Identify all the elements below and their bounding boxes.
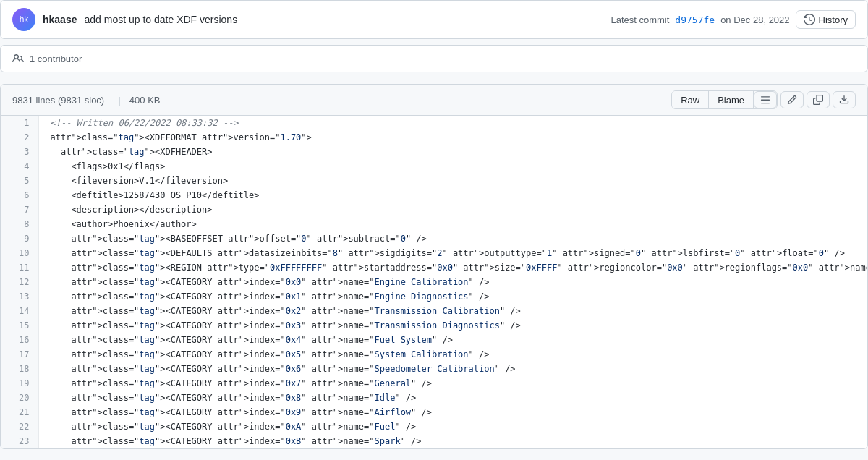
table-row: 23 attr">class="tag"><CATEGORY attr">ind… (1, 434, 867, 448)
history-icon (804, 14, 815, 25)
contributors-bar: 1 contributor (0, 45, 868, 72)
commit-message: add most up to date XDF versions (84, 14, 237, 25)
history-label: History (819, 14, 848, 25)
line-code: attr">class="tag"><CATEGORY attr">index=… (38, 419, 867, 434)
lines-label: 9831 lines (9831 sloc) (12, 95, 104, 106)
line-code: attr">class="tag"><CATEGORY attr">index=… (38, 318, 867, 333)
table-row: 7 <description></description> (1, 203, 867, 217)
latest-commit-label: Latest commit (610, 14, 669, 25)
line-number[interactable]: 3 (1, 145, 38, 159)
table-row: 17 attr">class="tag"><CATEGORY attr">ind… (1, 347, 867, 362)
line-number[interactable]: 6 (1, 188, 38, 203)
line-number[interactable]: 1 (1, 116, 38, 130)
line-code: <deftitle>12587430 OS P10</deftitle> (38, 188, 867, 203)
commit-author[interactable]: hkaase (43, 14, 77, 25)
line-code: attr">class="tag"><CATEGORY attr">index=… (38, 304, 867, 318)
table-row: 15 attr">class="tag"><CATEGORY attr">ind… (1, 318, 867, 333)
code-table: 1<!-- Written 06/22/2022 08:33:32 -->2at… (1, 116, 867, 448)
line-code: attr">class="tag"><CATEGORY attr">index=… (38, 376, 867, 391)
table-row: 6 <deftitle>12587430 OS P10</deftitle> (1, 188, 867, 203)
commit-bar: hk hkaase add most up to date XDF versio… (0, 0, 868, 39)
line-code: attr">class="tag"><XDFFORMAT attr">versi… (38, 130, 867, 145)
code-actions: Raw Blame (671, 90, 856, 109)
line-number[interactable]: 9 (1, 231, 38, 246)
line-number[interactable]: 23 (1, 434, 38, 448)
table-row: 3 attr">class="tag"><XDFHEADER> (1, 145, 867, 159)
line-number[interactable]: 16 (1, 333, 38, 347)
line-number[interactable]: 7 (1, 203, 38, 217)
divider: | (119, 95, 121, 106)
line-code: attr">class="tag"><CATEGORY attr">index=… (38, 289, 867, 304)
table-row: 21 attr">class="tag"><CATEGORY attr">ind… (1, 405, 867, 419)
line-number[interactable]: 19 (1, 376, 38, 391)
line-code: <flags>0x1</flags> (38, 159, 867, 174)
table-row: 10 attr">class="tag"><DEFAULTS attr">dat… (1, 246, 867, 260)
commit-left: hk hkaase add most up to date XDF versio… (12, 8, 237, 31)
line-code: attr">class="tag"><CATEGORY attr">index=… (38, 391, 867, 405)
line-number[interactable]: 17 (1, 347, 38, 362)
avatar: hk (12, 8, 35, 31)
pencil-icon (787, 95, 797, 105)
edit-button[interactable] (780, 91, 804, 108)
expand-button[interactable] (754, 91, 777, 108)
table-row: 2attr">class="tag"><XDFFORMAT attr">vers… (1, 130, 867, 145)
line-code: attr">class="tag"><CATEGORY attr">index=… (38, 405, 867, 419)
line-number[interactable]: 5 (1, 174, 38, 188)
table-row: 4 <flags>0x1</flags> (1, 159, 867, 174)
table-row: 5 <fileversion>V.1</fileversion> (1, 174, 867, 188)
table-row: 9 attr">class="tag"><BASEOFFSET attr">of… (1, 231, 867, 246)
copy-icon (813, 95, 823, 105)
line-code: attr">class="tag"><CATEGORY attr">index=… (38, 275, 867, 289)
line-code: <!-- Written 06/22/2022 08:33:32 --> (38, 116, 867, 130)
line-code: <author>Phoenix</author> (38, 217, 867, 231)
table-row: 18 attr">class="tag"><CATEGORY attr">ind… (1, 362, 867, 376)
line-number[interactable]: 11 (1, 260, 38, 275)
line-code: attr">class="tag"><DEFAULTS attr">datasi… (38, 246, 867, 260)
table-row: 14 attr">class="tag"><CATEGORY attr">ind… (1, 304, 867, 318)
table-row: 19 attr">class="tag"><CATEGORY attr">ind… (1, 376, 867, 391)
person-icon (12, 53, 24, 64)
raw-button[interactable]: Raw (672, 91, 709, 108)
line-number[interactable]: 20 (1, 391, 38, 405)
expand-icon (760, 95, 770, 105)
line-code: <description></description> (38, 203, 867, 217)
code-viewer: 9831 lines (9831 sloc) | 400 KB Raw Blam… (0, 84, 868, 449)
table-row: 22 attr">class="tag"><CATEGORY attr">ind… (1, 419, 867, 434)
code-content: 1<!-- Written 06/22/2022 08:33:32 -->2at… (1, 116, 867, 448)
commit-hash[interactable]: d9757fe (675, 14, 715, 25)
line-code: attr">class="tag"><BASEOFFSET attr">offs… (38, 231, 867, 246)
code-header: 9831 lines (9831 sloc) | 400 KB Raw Blam… (1, 85, 867, 116)
blame-button[interactable]: Blame (709, 91, 754, 108)
line-number[interactable]: 12 (1, 275, 38, 289)
table-row: 12 attr">class="tag"><CATEGORY attr">ind… (1, 275, 867, 289)
line-code: <fileversion>V.1</fileversion> (38, 174, 867, 188)
table-row: 1<!-- Written 06/22/2022 08:33:32 --> (1, 116, 867, 130)
line-number[interactable]: 22 (1, 419, 38, 434)
line-number[interactable]: 18 (1, 362, 38, 376)
table-row: 13 attr">class="tag"><CATEGORY attr">ind… (1, 289, 867, 304)
line-number[interactable]: 15 (1, 318, 38, 333)
table-row: 16 attr">class="tag"><CATEGORY attr">ind… (1, 333, 867, 347)
line-code: attr">class="tag"><XDFHEADER> (38, 145, 867, 159)
line-number[interactable]: 21 (1, 405, 38, 419)
line-number[interactable]: 2 (1, 130, 38, 145)
history-button[interactable]: History (796, 10, 856, 29)
table-row: 20 attr">class="tag"><CATEGORY attr">ind… (1, 391, 867, 405)
line-code: attr">class="tag"><CATEGORY attr">index=… (38, 333, 867, 347)
table-row: 8 <author>Phoenix</author> (1, 217, 867, 231)
line-code: attr">class="tag"><CATEGORY attr">index=… (38, 347, 867, 362)
line-number[interactable]: 8 (1, 217, 38, 231)
line-number[interactable]: 4 (1, 159, 38, 174)
raw-blame-group: Raw Blame (671, 90, 778, 109)
commit-right: Latest commit d9757fe on Dec 28, 2022 Hi… (610, 10, 856, 29)
copy-button[interactable] (807, 91, 830, 108)
commit-date: on Dec 28, 2022 (720, 14, 789, 25)
download-button[interactable] (833, 91, 856, 108)
line-number[interactable]: 14 (1, 304, 38, 318)
size-label: 400 KB (129, 95, 161, 106)
contributors-text: 1 contributor (30, 54, 82, 64)
download-icon (839, 95, 849, 105)
line-number[interactable]: 10 (1, 246, 38, 260)
line-code: attr">class="tag"><CATEGORY attr">index=… (38, 362, 867, 376)
line-number[interactable]: 13 (1, 289, 38, 304)
